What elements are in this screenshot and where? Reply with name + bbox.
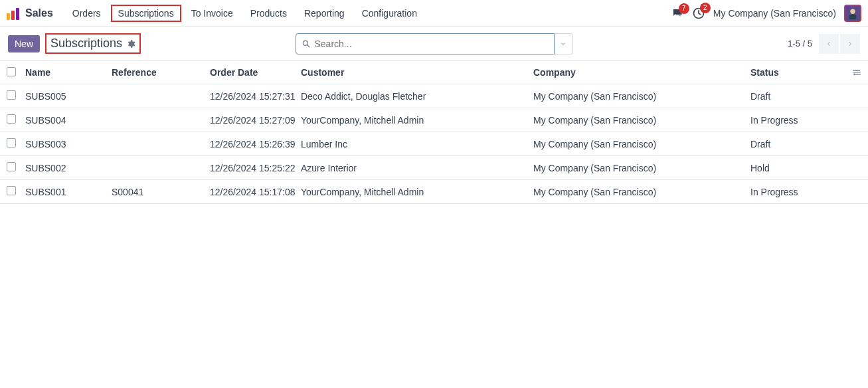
svg-point-7 bbox=[853, 74, 855, 75]
cell-name: SUBS005 bbox=[25, 91, 112, 102]
messages-badge: 7 bbox=[679, 3, 689, 14]
company-selector[interactable]: My Company (San Francisco) bbox=[713, 8, 836, 19]
cell-status: In Progress bbox=[750, 115, 837, 126]
pager-text: 1-5 / 5 bbox=[788, 39, 812, 48]
cell-name: SUBS002 bbox=[25, 163, 112, 173]
col-status[interactable]: Status bbox=[750, 67, 837, 78]
menu-to-invoice[interactable]: To Invoice bbox=[184, 5, 240, 22]
col-customer[interactable]: Customer bbox=[301, 67, 533, 78]
menu-subscriptions[interactable]: Subscriptions bbox=[111, 5, 181, 22]
search-options-toggle[interactable] bbox=[555, 33, 573, 54]
menu-configuration[interactable]: Configuration bbox=[355, 5, 424, 22]
cell-status: Draft bbox=[750, 139, 837, 149]
row-checkbox[interactable] bbox=[7, 138, 16, 147]
menu-reporting[interactable]: Reporting bbox=[297, 5, 352, 22]
svg-line-5 bbox=[307, 45, 309, 47]
search-bar bbox=[296, 33, 573, 54]
row-checkbox[interactable] bbox=[7, 162, 16, 171]
control-bar: New Subscriptions 1-5 / 5 bbox=[0, 27, 868, 60]
table-row[interactable]: SUBS002 12/26/2024 15:25:22 Azure Interi… bbox=[0, 156, 868, 180]
col-order-date[interactable]: Order Date bbox=[210, 67, 301, 78]
cell-company: My Company (San Francisco) bbox=[533, 91, 750, 102]
col-reference[interactable]: Reference bbox=[112, 67, 210, 78]
gear-icon[interactable] bbox=[126, 39, 135, 48]
app-logo[interactable] bbox=[7, 7, 20, 20]
col-name[interactable]: Name bbox=[25, 67, 112, 78]
svg-point-6 bbox=[858, 70, 859, 71]
pager-next[interactable] bbox=[840, 34, 860, 54]
row-checkbox[interactable] bbox=[7, 186, 16, 195]
menu-orders[interactable]: Orders bbox=[65, 5, 108, 22]
table-row[interactable]: SUBS005 12/26/2024 15:27:31 Deco Addict,… bbox=[0, 84, 868, 108]
cell-date: 12/26/2024 15:27:31 bbox=[210, 91, 301, 102]
cell-customer: Deco Addict, Douglas Fletcher bbox=[301, 91, 533, 102]
row-checkbox[interactable] bbox=[7, 90, 16, 100]
cell-reference: S00041 bbox=[112, 187, 210, 197]
cell-date: 12/26/2024 15:25:22 bbox=[210, 163, 301, 173]
cell-date: 12/26/2024 15:26:39 bbox=[210, 139, 301, 149]
menu-products[interactable]: Products bbox=[243, 5, 294, 22]
cell-customer: YourCompany, Mitchell Admin bbox=[301, 187, 533, 197]
cell-date: 12/26/2024 15:17:08 bbox=[210, 187, 301, 197]
app-title[interactable]: Sales bbox=[25, 7, 53, 19]
cell-date: 12/26/2024 15:27:09 bbox=[210, 115, 301, 126]
pager-prev[interactable] bbox=[819, 34, 839, 54]
cell-company: My Company (San Francisco) bbox=[533, 115, 750, 126]
cell-name: SUBS001 bbox=[25, 187, 112, 197]
cell-customer: Lumber Inc bbox=[301, 139, 533, 149]
cell-customer: YourCompany, Mitchell Admin bbox=[301, 115, 533, 126]
main-menu: Orders Subscriptions To Invoice Products… bbox=[65, 5, 424, 22]
activities-badge: 2 bbox=[700, 3, 711, 13]
table-header: Name Reference Order Date Customer Compa… bbox=[0, 60, 868, 84]
cell-customer: Azure Interior bbox=[301, 163, 533, 173]
breadcrumb: Subscriptions bbox=[45, 33, 141, 54]
cell-status: Hold bbox=[750, 163, 837, 173]
table-row[interactable]: SUBS004 12/26/2024 15:27:09 YourCompany,… bbox=[0, 108, 868, 132]
cell-company: My Company (San Francisco) bbox=[533, 139, 750, 149]
search-icon bbox=[302, 39, 311, 48]
top-right-tray: 7 2 My Company (San Francisco) bbox=[671, 5, 861, 22]
new-button[interactable]: New bbox=[8, 35, 40, 52]
messages-icon[interactable]: 7 bbox=[671, 7, 684, 19]
search-box[interactable] bbox=[296, 33, 555, 54]
adjust-columns-icon[interactable] bbox=[852, 68, 861, 77]
cell-name: SUBS003 bbox=[25, 139, 112, 149]
row-checkbox[interactable] bbox=[7, 114, 16, 124]
pager: 1-5 / 5 bbox=[788, 34, 860, 54]
search-input[interactable] bbox=[315, 39, 549, 49]
select-all-checkbox[interactable] bbox=[7, 67, 16, 76]
user-avatar[interactable] bbox=[844, 5, 861, 22]
cell-company: My Company (San Francisco) bbox=[533, 163, 750, 173]
breadcrumb-title: Subscriptions bbox=[50, 37, 122, 50]
cell-name: SUBS004 bbox=[25, 115, 112, 126]
cell-status: In Progress bbox=[750, 187, 837, 197]
cell-status: Draft bbox=[750, 91, 837, 102]
subscription-table: Name Reference Order Date Customer Compa… bbox=[0, 60, 868, 204]
table-row[interactable]: SUBS003 12/26/2024 15:26:39 Lumber Inc M… bbox=[0, 132, 868, 156]
table-row[interactable]: SUBS001 S00041 12/26/2024 15:17:08 YourC… bbox=[0, 180, 868, 204]
cell-company: My Company (San Francisco) bbox=[533, 187, 750, 197]
svg-rect-3 bbox=[849, 14, 857, 19]
svg-point-4 bbox=[303, 41, 307, 45]
col-company[interactable]: Company bbox=[533, 67, 750, 78]
top-nav: Sales Orders Subscriptions To Invoice Pr… bbox=[0, 0, 868, 27]
svg-point-2 bbox=[850, 9, 855, 13]
activities-icon[interactable]: 2 bbox=[692, 7, 705, 20]
